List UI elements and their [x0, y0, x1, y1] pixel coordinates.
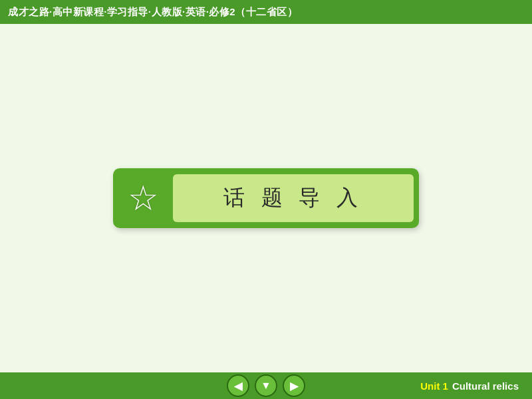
- topic-label: 话 题 导 入: [223, 184, 364, 213]
- footer-bar: Unit 1 Cultural relics: [0, 372, 532, 399]
- next-button[interactable]: [283, 374, 305, 397]
- header-bar: 成才之路·高中新课程·学习指导·人教版·英语·必修2（十二省区）: [0, 0, 532, 24]
- star-icon: ☆: [128, 181, 159, 215]
- prev-button[interactable]: [227, 374, 249, 397]
- footer-right: Unit 1 Cultural relics: [350, 380, 519, 392]
- unit-name: Cultural relics: [452, 380, 519, 392]
- star-icon-box: ☆: [117, 172, 169, 224]
- header-title: 成才之路·高中新课程·学习指导·人教版·英语·必修2（十二省区）: [8, 6, 297, 19]
- down-button[interactable]: [255, 374, 277, 397]
- topic-card: ☆ 话 题 导 入: [113, 168, 419, 228]
- unit-number: Unit 1: [420, 380, 448, 392]
- main-content: ☆ 话 题 导 入: [0, 24, 532, 372]
- footer-center: [182, 374, 350, 397]
- topic-text-box: 话 题 导 入: [173, 174, 414, 222]
